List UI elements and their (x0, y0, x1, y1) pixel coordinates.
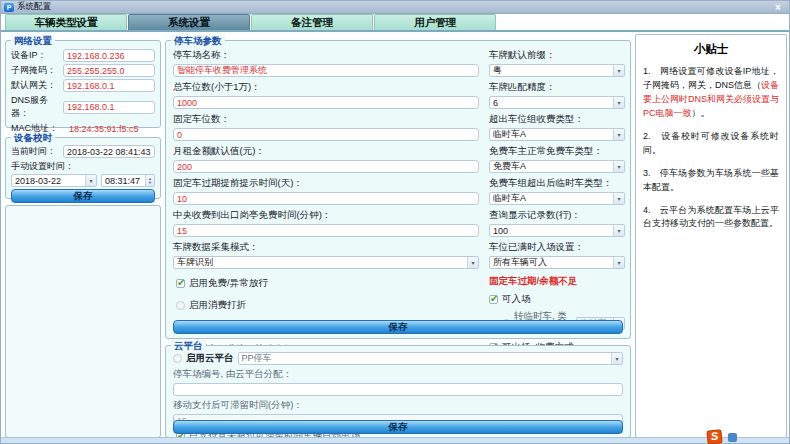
lot-name-label: 停车场名称： (173, 49, 479, 62)
spinner-down-icon[interactable]: ▼ (148, 181, 152, 185)
parking-save-button[interactable]: 保存 (173, 320, 623, 334)
close-icon[interactable]: × (770, 2, 786, 13)
cloud-platform-group-title: 云平台 (171, 340, 206, 351)
gateway-input[interactable] (63, 79, 155, 92)
tab-system-settings[interactable]: 系统设置 (128, 14, 250, 30)
device-ip-input[interactable] (63, 49, 155, 62)
chevron-down-icon: ▾ (613, 225, 624, 236)
parking-params-group-title: 停车场参数 (171, 35, 225, 46)
bottom-strip (1, 437, 789, 443)
tray-icon[interactable] (728, 433, 737, 442)
checkbox-checked-icon (489, 295, 498, 304)
device-time-group: 设备校时 当前时间： 手动设置时间： 2018-03-22 ▾ 08:31:47… (5, 137, 161, 199)
chevron-down-icon: ▾ (467, 257, 478, 268)
chevron-down-icon: ▾ (611, 353, 622, 364)
total-spaces-label: 总车位数(小于1万)： (173, 81, 479, 94)
dns-server-label: DNS服务器： (11, 94, 63, 120)
tips-title: 小贴士 (636, 42, 786, 57)
checkbox-unchecked-icon (173, 354, 182, 363)
expire-remind-input[interactable] (173, 192, 479, 205)
subnet-mask-input[interactable] (63, 64, 155, 77)
parking-left-column: 停车场名称： 总车位数(小于1万)： 固定车位数： 月租金额默认值(元)： 固定… (173, 49, 479, 356)
free-owner-type-label: 免费车主正常免费车类型： (489, 145, 625, 158)
chevron-down-icon: ▾ (613, 193, 624, 204)
query-records-label: 查询显示记录数(行)： (489, 209, 625, 222)
empty-left-panel (5, 205, 161, 438)
title-bar: P 系统配置 × (1, 1, 789, 14)
current-time-display (63, 145, 155, 158)
plate-precision-label: 车牌匹配精度： (489, 81, 625, 94)
monthly-rent-input[interactable] (173, 160, 479, 173)
can-enter-checkbox[interactable]: 可入场 (489, 293, 625, 306)
device-time-group-title: 设备校时 (11, 132, 55, 143)
consume-discount-checkbox[interactable]: 启用消费打折 (176, 299, 479, 312)
current-time-label: 当前时间： (11, 145, 63, 158)
free-owner-type-select[interactable]: 免费车A ▾ (489, 160, 625, 173)
app-logo-icon: P (4, 3, 14, 12)
monthly-rent-label: 月租金额默认值(元)： (173, 145, 479, 158)
fixed-spaces-input[interactable] (173, 128, 479, 141)
network-settings-group-title: 网络设置 (11, 35, 55, 46)
tab-vehicle-type-settings[interactable]: 车辆类型设置 (5, 14, 127, 30)
query-records-select[interactable]: 100 ▾ (489, 224, 625, 237)
free-pass-checkbox[interactable]: 启用免费/异常放行 (176, 277, 479, 290)
plate-precision-select[interactable]: 6 ▾ (489, 96, 625, 109)
cloud-provider-select[interactable]: PP停车 ▾ (238, 352, 624, 365)
chevron-down-icon: ▾ (613, 97, 624, 108)
time-spinner-buttons[interactable]: ▲ ▼ (145, 175, 154, 186)
central-free-time-label: 中央收费到出口岗亭免费时间(分钟)： (173, 209, 479, 222)
cloud-save-button[interactable]: 保存 (173, 420, 623, 434)
plate-collect-mode-label: 车牌数据采集模式： (173, 241, 479, 254)
checkbox-checked-icon (176, 279, 185, 288)
lot-full-entry-select[interactable]: 所有车辆可入 ▾ (489, 256, 625, 269)
lot-name-input[interactable] (173, 64, 479, 77)
plate-collect-mode-select[interactable]: 车牌识别 ▾ (173, 256, 479, 269)
chevron-down-icon: ▾ (85, 175, 96, 186)
checkbox-unchecked-icon (176, 301, 185, 310)
app-window: P 系统配置 × 车辆类型设置 系统设置 备注管理 用户管理 网络设置 设备IP… (0, 0, 790, 444)
over-group-type-select[interactable]: 临时车A ▾ (489, 128, 625, 141)
chevron-down-icon: ▾ (613, 161, 624, 172)
lot-code-label: 停车场编号, 由云平台分配： (173, 368, 623, 381)
lot-full-entry-label: 车位已满时入场设置： (489, 241, 625, 254)
over-group-type-label: 超出车位组收费类型： (489, 113, 625, 126)
lot-code-input[interactable] (173, 383, 623, 396)
manual-time-spinner[interactable]: 08:31:47 ▲ ▼ (101, 174, 155, 187)
device-ip-label: 设备IP： (11, 49, 63, 62)
free-over-temp-select[interactable]: 临时车A ▾ (489, 192, 625, 205)
plate-prefix-select[interactable]: 粤 ▾ (489, 64, 625, 77)
fixed-spaces-label: 固定车位数： (173, 113, 479, 126)
fixed-expired-title: 固定车过期/余额不足 (489, 275, 625, 288)
tab-user-management[interactable]: 用户管理 (374, 14, 496, 30)
chevron-down-icon: ▾ (613, 129, 624, 140)
free-over-temp-label: 免费车组超出后临时车类型： (489, 177, 625, 190)
tips-panel: 小贴士 1. 网络设置可修改设备IP地址，子网掩码，网关，DNS信息（设备要上公… (635, 34, 787, 438)
subnet-mask-label: 子网掩码： (11, 64, 63, 77)
tab-bar: 车辆类型设置 系统设置 备注管理 用户管理 (1, 14, 789, 32)
parking-params-group: 停车场参数 停车场名称： 总车位数(小于1万)： 固定车位数： 月租金额默认值(… (165, 40, 631, 339)
tip-item-4: 4. 云平台为系统配置车场上云平台支持移动支付的一些参数配置。 (643, 204, 779, 232)
manual-date-select[interactable]: 2018-03-22 ▾ (11, 174, 97, 187)
expire-remind-label: 固定车过期提前提示时间(天)： (173, 177, 479, 190)
total-spaces-input[interactable] (173, 96, 479, 109)
manual-time-label: 手动设置时间： (11, 160, 74, 173)
enable-cloud-checkbox[interactable]: 启用云平台 (173, 352, 234, 365)
chevron-down-icon: ▾ (613, 257, 624, 268)
dns-server-input[interactable] (63, 101, 155, 114)
mac-address-value: 18:24:35:91:f5:c5 (63, 124, 139, 134)
tip-item-2: 2. 设备校时可修改设备系统时间。 (643, 130, 779, 158)
central-free-time-input[interactable] (173, 224, 479, 237)
tab-remark-management[interactable]: 备注管理 (251, 14, 373, 30)
plate-prefix-label: 车牌默认前缀： (489, 49, 625, 62)
window-title: 系统配置 (17, 1, 51, 13)
tip-item-1: 1. 网络设置可修改设备IP地址，子网掩码，网关，DNS信息（设备要上公网时DN… (643, 65, 779, 121)
chevron-down-icon: ▾ (613, 65, 624, 76)
tip-item-3: 3. 停车场参数为车场系统一些基本配置。 (643, 167, 779, 195)
gateway-label: 默认网关： (11, 79, 63, 92)
sogou-ime-icon[interactable]: S (706, 429, 722, 444)
time-save-button[interactable]: 保存 (11, 189, 155, 203)
network-settings-group: 网络设置 设备IP： 子网掩码： 默认网关： DNS服务器： MAC地址： 18… (5, 40, 161, 128)
stay-time-label: 移动支付后可滞留时间(分钟)： (173, 399, 623, 412)
cloud-platform-group: 云平台 启用云平台 PP停车 ▾ 停车场编号, 由云平台分配： 移动支付后可滞留… (165, 345, 631, 438)
